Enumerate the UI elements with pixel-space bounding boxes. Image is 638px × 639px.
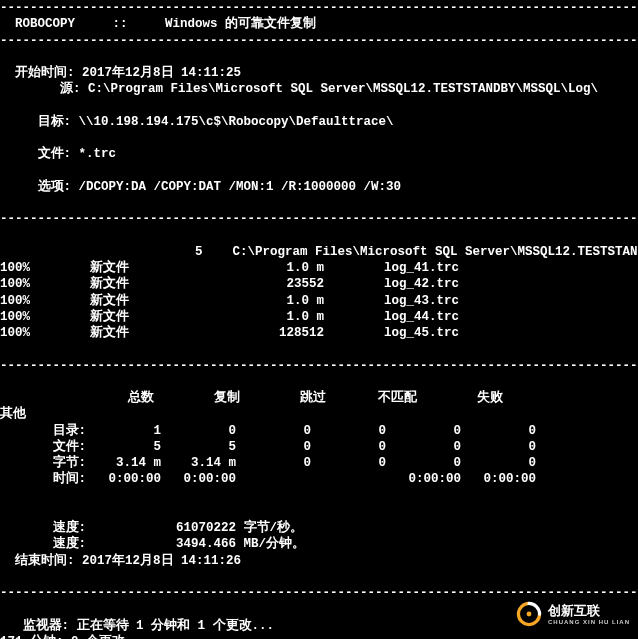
divider: ----------------------------------------…: [0, 211, 638, 227]
blank: [0, 130, 638, 146]
blank: [0, 569, 638, 585]
blank: [0, 195, 638, 211]
summary-files: 文件: 5 5 0 0 0 0: [0, 439, 638, 455]
file-row: 100% 新文件 128512 log_45.trc: [0, 325, 638, 341]
watermark-logo: 创新互联 CHUANG XIN HU LIAN: [516, 601, 630, 627]
blank: [0, 488, 638, 504]
summary-header: 总数 复制 跳过 不匹配 失败: [0, 390, 638, 406]
divider: ----------------------------------------…: [0, 358, 638, 374]
file-row: 100% 新文件 1.0 m log_43.trc: [0, 293, 638, 309]
file-row: 100% 新文件 23552 log_42.trc: [0, 276, 638, 292]
options: 选项: /DCOPY:DA /COPY:DAT /MON:1 /R:100000…: [0, 179, 638, 195]
waiting-status: 171 分钟: 0 个更改。: [0, 634, 638, 639]
speed-mb: 速度: 3494.466 MB/分钟。: [0, 536, 638, 552]
file-pattern: 文件: *.trc: [0, 146, 638, 162]
source-path: 源: C:\Program Files\Microsoft SQL Server…: [0, 81, 638, 97]
file-row: 100% 新文件 1.0 m log_44.trc: [0, 309, 638, 325]
blank: [0, 49, 638, 65]
blank: [0, 163, 638, 179]
logo-brand: 创新互联: [548, 604, 630, 617]
start-time: 开始时间: 2017年12月8日 14:11:25: [0, 65, 638, 81]
blank: [0, 228, 638, 244]
summary-time: 时间: 0:00:00 0:00:00 0:00:00 0:00:00: [0, 471, 638, 487]
blank: [0, 98, 638, 114]
summary-bytes: 字节: 3.14 m 3.14 m 0 0 0 0: [0, 455, 638, 471]
title: ROBOCOPY :: Windows 的可靠文件复制: [0, 16, 638, 32]
blank: [0, 374, 638, 390]
logo-icon: [516, 601, 542, 627]
summary-other: 其他: [0, 406, 638, 422]
dir-count: 5 C:\Program Files\Microsoft SQL Server\…: [0, 244, 638, 260]
blank: [0, 504, 638, 520]
logo-subtitle: CHUANG XIN HU LIAN: [548, 619, 630, 625]
summary-dirs: 目录: 1 0 0 0 0 0: [0, 423, 638, 439]
divider: ----------------------------------------…: [0, 33, 638, 49]
divider: ----------------------------------------…: [0, 0, 638, 16]
target-path: 目标: \\10.198.194.175\c$\Robocopy\Default…: [0, 114, 638, 130]
svg-point-0: [527, 612, 532, 617]
divider: ----------------------------------------…: [0, 585, 638, 601]
file-row: 100% 新文件 1.0 m log_41.trc: [0, 260, 638, 276]
end-time: 结束时间: 2017年12月8日 14:11:26: [0, 553, 638, 569]
speed-bytes: 速度: 61070222 字节/秒。: [0, 520, 638, 536]
blank: [0, 341, 638, 357]
